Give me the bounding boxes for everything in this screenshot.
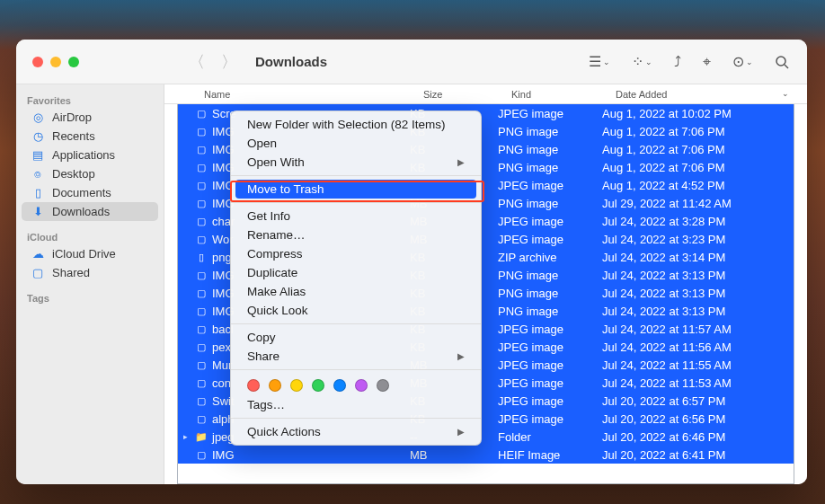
minimize-window-button[interactable] [50, 57, 61, 67]
column-header-size[interactable]: Size [423, 89, 511, 100]
file-kind: HEIF Image [498, 448, 602, 462]
sidebar-item-icloud-drive[interactable]: ☁iCloud Drive [22, 244, 158, 263]
menu-item-get-info[interactable]: Get Info [231, 207, 481, 225]
menu-separator [231, 369, 481, 370]
sidebar-item-shared[interactable]: ▢Shared [22, 263, 158, 282]
tag-dot[interactable] [377, 379, 389, 392]
menu-item-move-to-trash[interactable]: Move to Trash [235, 180, 476, 199]
image-thumbnail-icon: ▢ [194, 270, 208, 281]
file-kind: ZIP archive [498, 251, 602, 264]
downloads-icon: ⬇ [31, 205, 45, 218]
menu-item-rename[interactable]: Rename… [231, 225, 481, 244]
menu-item-open[interactable]: Open [231, 134, 481, 153]
image-thumbnail-icon: ▢ [194, 198, 208, 209]
search-icon[interactable] [775, 55, 789, 69]
tag-dot[interactable] [269, 379, 281, 392]
file-kind: PNG image [498, 197, 602, 210]
sidebar-item-desktop[interactable]: ⌾Desktop [22, 164, 158, 183]
more-actions-button[interactable]: ⊙ ⌄ [732, 53, 753, 70]
menu-item-label: Make Alias [247, 285, 306, 298]
menu-item-label: New Folder with Selection (82 Items) [247, 118, 446, 131]
folder-icon: 📁 [194, 431, 208, 443]
file-kind: PNG image [498, 143, 602, 156]
sidebar-section-title: iCloud [16, 228, 164, 244]
sidebar-item-documents[interactable]: ▯Documents [22, 183, 158, 202]
file-date: Jul 29, 2022 at 11:42 AM [602, 197, 794, 210]
menu-item-copy[interactable]: Copy [231, 328, 481, 347]
tag-dot[interactable] [355, 379, 368, 392]
image-thumbnail-icon: ▢ [194, 413, 208, 425]
menu-item-quick-look[interactable]: Quick Look [231, 301, 481, 320]
menu-item-label: Compress [247, 247, 303, 261]
file-date: Jul 24, 2022 at 11:57 AM [602, 323, 794, 336]
context-menu: New Folder with Selection (82 Items)Open… [230, 111, 482, 446]
window-controls [16, 57, 178, 67]
tags-icon[interactable]: ⌖ [703, 54, 711, 70]
file-date: Aug 1, 2022 at 7:06 PM [602, 143, 794, 156]
sidebar-item-label: Documents [52, 186, 111, 199]
file-kind: JPEG image [498, 215, 602, 228]
sidebar-item-label: Applications [52, 148, 115, 162]
tag-dot[interactable] [247, 379, 260, 392]
menu-separator [231, 175, 481, 176]
file-kind: PNG image [498, 287, 602, 300]
share-icon[interactable]: ⤴ [674, 54, 681, 70]
file-kind: PNG image [498, 269, 602, 282]
image-thumbnail-icon: ▢ [194, 395, 208, 407]
menu-item-open-with[interactable]: Open With▶ [231, 153, 481, 172]
menu-item-label: Open [247, 137, 277, 150]
column-header-kind[interactable]: Kind [511, 89, 616, 100]
forward-icon[interactable]: 〉 [221, 51, 237, 73]
file-date: Jul 20, 2022 at 6:57 PM [602, 394, 794, 408]
tag-dot[interactable] [290, 379, 303, 392]
tag-dot[interactable] [312, 379, 324, 392]
column-header-name[interactable]: Name [204, 89, 423, 100]
menu-item-share[interactable]: Share▶ [231, 347, 481, 366]
desktop-icon: ⌾ [31, 167, 45, 181]
file-date: Jul 24, 2022 at 11:56 AM [602, 340, 794, 354]
menu-item-compress[interactable]: Compress [231, 244, 481, 263]
menu-item-new-folder-with-selection-82-items[interactable]: New Folder with Selection (82 Items) [231, 115, 481, 134]
titlebar: 〈 〉 Downloads ☰ ⌄ ⁘ ⌄ ⤴ ⌖ ⊙ ⌄ [16, 40, 807, 84]
menu-item-tags[interactable]: Tags… [231, 395, 481, 414]
fullscreen-window-button[interactable] [68, 57, 79, 67]
file-size: MB [410, 448, 498, 462]
sidebar-item-applications[interactable]: ▤Applications [22, 146, 158, 164]
view-mode-button[interactable]: ☰ ⌄ [589, 53, 610, 70]
menu-item-quick-actions[interactable]: Quick Actions▶ [231, 422, 481, 441]
group-button[interactable]: ⁘ ⌄ [632, 53, 652, 70]
tag-dot[interactable] [333, 379, 346, 392]
image-thumbnail-icon: ▢ [194, 341, 208, 353]
file-kind: JPEG image [498, 376, 602, 390]
menu-item-label: Duplicate [247, 266, 297, 279]
recents-icon: ◷ [31, 129, 45, 143]
sidebar-item-recents[interactable]: ◷Recents [22, 127, 158, 146]
file-kind: JPEG image [498, 233, 602, 246]
menu-separator [231, 323, 481, 324]
image-thumbnail-icon: ▢ [194, 108, 208, 119]
airdrop-icon: ◎ [31, 111, 45, 124]
document-icon: ▯ [194, 252, 208, 263]
docs-icon: ▯ [31, 186, 45, 199]
sidebar-item-airdrop[interactable]: ◎AirDrop [22, 108, 158, 127]
back-icon[interactable]: 〈 [189, 51, 205, 73]
file-kind: JPEG image [498, 323, 602, 336]
sidebar-section-title: Favorites [16, 92, 164, 108]
file-date: Jul 24, 2022 at 3:13 PM [602, 269, 794, 282]
toolbar-right: ☰ ⌄ ⁘ ⌄ ⤴ ⌖ ⊙ ⌄ [589, 53, 807, 70]
file-row[interactable]: ▢IMGMBHEIF ImageJul 20, 2022 at 6:41 PM [178, 446, 794, 464]
close-window-button[interactable] [32, 57, 43, 67]
menu-item-duplicate[interactable]: Duplicate [231, 263, 481, 282]
sidebar-item-label: Shared [52, 266, 90, 279]
menu-item-make-alias[interactable]: Make Alias [231, 282, 481, 301]
file-kind: JPEG image [498, 358, 602, 372]
disclosure-triangle-icon[interactable]: ▸ [183, 432, 194, 441]
shared-icon: ▢ [31, 266, 45, 279]
column-header-date[interactable]: Date Added ⌄ [616, 89, 807, 100]
apps-icon: ▤ [31, 148, 45, 162]
file-kind: PNG image [498, 161, 602, 174]
sidebar-item-label: AirDrop [52, 111, 92, 124]
sidebar-item-downloads[interactable]: ⬇Downloads [22, 202, 158, 221]
image-thumbnail-icon: ▢ [194, 359, 208, 371]
tag-color-row [231, 374, 481, 395]
